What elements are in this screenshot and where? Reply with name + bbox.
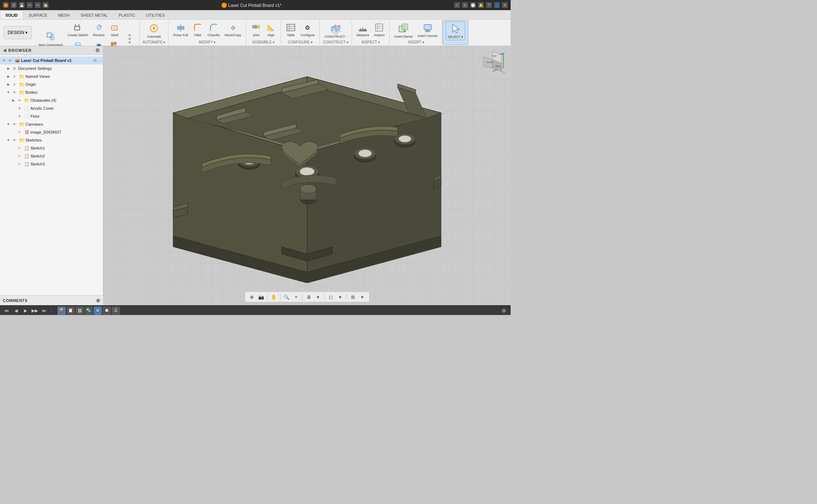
tree-item-sketch3[interactable]: ▶ 👁 📋 Sketch3	[0, 160, 103, 168]
joint-btn[interactable]: Joint	[249, 21, 263, 38]
visual-style-arrow[interactable]: ▾	[336, 293, 344, 301]
home-icon[interactable]: 🏠	[43, 2, 49, 8]
visibility-root[interactable]: 👁	[7, 58, 13, 63]
move-btn[interactable]: ⊹ Move/Copy	[223, 21, 243, 38]
timeline-prev-btn[interactable]: ◀	[12, 307, 20, 314]
orbit-btn[interactable]: ⊕	[248, 293, 256, 301]
expand-named-views[interactable]: ▶	[6, 75, 11, 78]
revolve-btn[interactable]: Revolve	[91, 21, 106, 38]
redo-icon[interactable]: ↪	[35, 2, 41, 8]
timeline-icon-sketch[interactable]: 📋	[67, 307, 75, 315]
tree-item-obstacles[interactable]: ▶ 👁 📁 Obstacales (4)	[0, 96, 103, 104]
insert-canvas-btn[interactable]: Insert Canvas	[416, 22, 440, 39]
expand-bodies[interactable]: ▼	[6, 91, 11, 94]
visibility-sketches[interactable]: 👁	[12, 137, 17, 143]
timeline-settings-btn[interactable]: ⚙	[500, 307, 508, 315]
close-icon[interactable]: ✕	[502, 2, 508, 8]
grid-arrow[interactable]: ▾	[358, 293, 366, 301]
timeline-end-btn[interactable]: ⏭	[41, 307, 48, 314]
visibility-obstacles[interactable]: 👁	[17, 97, 22, 103]
visibility-bodies[interactable]: 👁	[12, 89, 17, 95]
align-btn[interactable]: 📐 Align	[264, 21, 278, 38]
tree-item-acrylic[interactable]: ▶ 👁 📄 Acrylic Cover	[0, 104, 103, 112]
config-btn[interactable]: ⚙ Configure	[299, 21, 317, 38]
grid-btn[interactable]: ⊞	[349, 293, 357, 301]
view-cube[interactable]: TOP FRONT RIGHT	[482, 50, 507, 75]
timeline-icon-body[interactable]: 📦	[58, 307, 66, 315]
timeline-icon-settings[interactable]: ☰	[112, 307, 120, 315]
timeline-play-btn[interactable]: ▶	[22, 307, 29, 314]
tree-item-doc-settings[interactable]: ▶ ⚙ Document Settings	[0, 64, 103, 72]
tree-item-origin[interactable]: ▶ 👁 📁 Origin	[0, 80, 103, 88]
expand-canvases[interactable]: ▼	[6, 122, 11, 126]
browser-settings-icon[interactable]: ⚙	[95, 47, 100, 53]
tree-item-sketch2[interactable]: ▶ 👁 📋 Sketch2	[0, 152, 103, 160]
visibility-canvases[interactable]: 👁	[12, 121, 17, 127]
visibility-named-views[interactable]: 👁	[12, 74, 17, 79]
user-icon[interactable]: 👤	[494, 2, 500, 8]
visibility-image[interactable]: 👁	[17, 129, 22, 135]
refresh-icon[interactable]: ↻	[462, 2, 468, 8]
automate-btn[interactable]: Automate	[145, 21, 163, 40]
select-btn[interactable]: SELECT ▾	[446, 21, 465, 40]
display-mode-arrow[interactable]: ▾	[314, 293, 322, 301]
design-dropdown[interactable]: DESIGN ▾	[4, 26, 32, 39]
clock-icon[interactable]: 🕐	[470, 2, 476, 8]
visibility-sketch2[interactable]: 👁	[17, 153, 22, 159]
display-mode-btn[interactable]: 🖥	[305, 293, 313, 301]
tree-item-sketches[interactable]: ▼ 👁 📁 Sketches	[0, 136, 103, 144]
expand-doc-settings[interactable]: ▶	[6, 67, 11, 70]
pan-btn[interactable]: ✋	[270, 293, 278, 301]
timeline-icon-feature[interactable]: ⚙	[94, 307, 102, 315]
inspect-btn[interactable]: Inspect	[372, 21, 386, 38]
visibility-sketch1[interactable]: 👁	[17, 145, 22, 151]
timeline-icon-canvas[interactable]: 🖼	[76, 307, 84, 315]
timeline-next-btn[interactable]: ▶▶	[31, 307, 38, 314]
press-pull-btn[interactable]: Press Pull	[171, 21, 190, 38]
insert-derive-btn[interactable]: Insert Derive	[393, 21, 415, 40]
tab-sheet-metal[interactable]: SHEET METAL	[75, 10, 113, 19]
browser-back-icon[interactable]: ◀	[3, 48, 6, 53]
tree-item-named-views[interactable]: ▶ 👁 📁 Named Views	[0, 72, 103, 80]
add-tab-icon[interactable]: +	[454, 2, 460, 8]
expand-origin[interactable]: ▶	[6, 83, 11, 86]
measure-btn[interactable]: Measure	[355, 21, 371, 38]
tree-item-sketch1[interactable]: ▶ 👁 📋 Sketch1	[0, 144, 103, 152]
visual-style-btn[interactable]: ◻	[327, 293, 335, 301]
shell-btn[interactable]: Shell	[108, 21, 122, 38]
create-dropdown-btn[interactable]	[123, 32, 137, 45]
tab-plastic[interactable]: PLASTIC	[113, 10, 141, 19]
menu-icon[interactable]: ☰	[11, 2, 17, 8]
expand-obstacles[interactable]: ▶	[11, 98, 16, 102]
timeline-icon-joint[interactable]: 🔩	[85, 307, 93, 315]
zoom-fit-btn[interactable]: 🔍	[282, 293, 290, 301]
new-component-btn[interactable]: New Component	[37, 29, 64, 48]
root-settings-icon[interactable]: ⚙	[93, 58, 97, 63]
tree-item-root[interactable]: ▼ 👁 📦 Laser Cut Pinball Board v1 ⚙ …	[0, 56, 103, 64]
chamfer-btn[interactable]: Chamfer	[206, 21, 222, 38]
tree-item-image[interactable]: ▶ 👁 🖼 image_50439937	[0, 128, 103, 136]
comments-add-icon[interactable]: ⊕	[96, 298, 100, 303]
tab-mesh[interactable]: MESH	[53, 10, 75, 19]
visibility-sketch3[interactable]: 👁	[17, 161, 22, 167]
root-options-icon[interactable]: …	[97, 58, 101, 63]
tree-item-bodies[interactable]: ▼ 👁 📁 Bodies	[0, 88, 103, 96]
tree-item-canvases[interactable]: ▼ 👁 📁 Canvases	[0, 120, 103, 128]
timeline-icon-component[interactable]: 🔲	[103, 307, 111, 315]
tab-solid[interactable]: SOLID	[0, 10, 23, 19]
bell-icon[interactable]: 🔔	[478, 2, 484, 8]
viewport[interactable]: TOP FRONT RIGHT ⊕ 📷 ✋ 🔍 ⌖ 🖥 ▾ ◻ ▾ ⊞	[103, 46, 511, 305]
table-btn[interactable]: Table	[284, 21, 298, 38]
help-icon[interactable]: ?	[486, 2, 492, 8]
expand-sketches[interactable]: ▼	[6, 138, 11, 142]
sketch-btn[interactable]: Create Sketch	[66, 21, 90, 38]
save-icon[interactable]: 💾	[19, 2, 25, 8]
tab-surface[interactable]: SURFACE	[23, 10, 53, 19]
visibility-origin[interactable]: 👁	[12, 81, 17, 87]
undo-icon[interactable]: ↩	[27, 2, 33, 8]
zoom-options-btn[interactable]: ⌖	[292, 293, 300, 301]
visibility-acrylic[interactable]: 👁	[17, 105, 22, 111]
tab-utilities[interactable]: UTILITIES	[141, 10, 170, 19]
tree-item-floor[interactable]: ▶ 👁 📄 Floor	[0, 112, 103, 120]
construct-plane-btn[interactable]: CONSTRUCT -	[323, 21, 349, 40]
